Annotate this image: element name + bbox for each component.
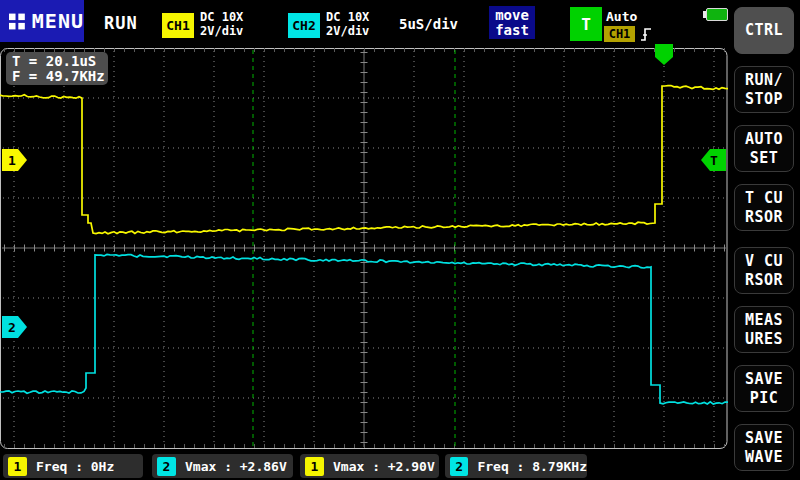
stat-value: Vmax : +2.90V <box>333 459 435 474</box>
ch1-settings[interactable]: DC 10X2V/div <box>200 10 243 38</box>
cursor-delta-t: T = 20.1uS <box>12 53 96 69</box>
channel-marker-label: 1 <box>8 153 16 168</box>
ch1-stat-badge: 1 <box>8 457 27 476</box>
btn-label: CTRL <box>745 21 783 40</box>
cursor-freq: F = 49.7KHz <box>12 68 105 84</box>
btn-label: V CU <box>745 252 783 271</box>
channel-marker-label: 2 <box>8 320 16 335</box>
stat-value: Freq : 8.79KHz <box>477 459 587 474</box>
waveform-display: 12T T = 20.1uSF = 49.7KHz <box>0 48 728 450</box>
ch2-settings[interactable]: DC 10X2V/div <box>326 10 369 38</box>
sidebar-button-save-wave[interactable]: SAVEWAVE <box>734 424 794 471</box>
trigger-button[interactable]: T <box>570 7 602 41</box>
sidebar-button-v-cursor[interactable]: V CURSOR <box>734 247 794 294</box>
menu-grid-icon <box>9 13 25 30</box>
sidebar-button-t-cursor[interactable]: T CURSOR <box>734 184 794 231</box>
ch1-scale: 2V/div <box>200 24 243 38</box>
sidebar-button-ctrl[interactable]: CTRL <box>734 7 794 54</box>
oscilloscope-screen: MENU RUN CH1 DC 10X2V/div CH2 DC 10X2V/d… <box>0 0 800 480</box>
menu-button[interactable]: MENU <box>0 0 84 42</box>
btn-label: URES <box>745 330 783 349</box>
stat-ch2-freq: 2Freq : 8.79KHz <box>445 454 587 478</box>
btn-label: SAVE <box>745 429 783 448</box>
sidebar-button-measures[interactable]: MEASURES <box>734 306 794 353</box>
sidebar: CTRL RUN/STOP AUTOSET T CURSOR V CURSOR … <box>728 0 800 480</box>
btn-label: AUTO <box>745 130 783 149</box>
timebase-setting[interactable]: 5uS/div <box>399 16 458 32</box>
stat-value: Freq : 0Hz <box>36 459 114 474</box>
cursor-readout: T = 20.1uSF = 49.7KHz <box>6 52 108 85</box>
ch1-stat-badge: 1 <box>305 457 324 476</box>
btn-label: WAVE <box>745 448 783 467</box>
ch2-coupling: DC 10X <box>326 10 369 24</box>
btn-label: PIC <box>750 389 779 408</box>
btn-label: SAVE <box>745 370 783 389</box>
ch1-coupling: DC 10X <box>200 10 243 24</box>
btn-label: MEAS <box>745 311 783 330</box>
move-line2: fast <box>495 22 529 38</box>
btn-label: RSOR <box>745 271 783 290</box>
ch2-badge[interactable]: CH2 <box>288 13 320 38</box>
stat-ch1-vmax: 1Vmax : +2.90V <box>300 454 439 478</box>
stat-ch1-freq: 1Freq : 0Hz <box>3 454 143 478</box>
sidebar-button-auto-set[interactable]: AUTOSET <box>734 125 794 172</box>
graticule: 12T <box>0 48 728 450</box>
move-line1: move <box>495 7 529 23</box>
trigger-mode: Auto <box>606 9 637 24</box>
top-bar: MENU RUN CH1 DC 10X2V/div CH2 DC 10X2V/d… <box>0 0 728 48</box>
ch1-badge[interactable]: CH1 <box>162 13 194 38</box>
btn-label: SET <box>750 149 779 168</box>
battery-icon <box>703 8 728 21</box>
stat-ch2-vmax: 2Vmax : +2.86V <box>152 454 293 478</box>
trigger-source-badge[interactable]: CH1 <box>604 26 635 42</box>
ch2-stat-badge: 2 <box>450 457 468 476</box>
trigger-edge-icon <box>640 26 653 43</box>
ch2-scale: 2V/div <box>326 24 369 38</box>
move-speed-button[interactable]: movefast <box>489 6 535 39</box>
btn-label: RSOR <box>745 208 783 227</box>
ch2-stat-badge: 2 <box>157 457 176 476</box>
btn-label: RUN/ <box>745 71 783 90</box>
sidebar-button-run-stop[interactable]: RUN/STOP <box>734 66 794 113</box>
sidebar-button-save-pic[interactable]: SAVEPIC <box>734 365 794 412</box>
stat-value: Vmax : +2.86V <box>185 459 287 474</box>
trigger-position-marker[interactable] <box>655 44 673 65</box>
run-status: RUN <box>104 13 138 33</box>
trigger-level-label: T <box>710 153 718 168</box>
btn-label: STOP <box>745 90 783 109</box>
measurement-bar: 1Freq : 0Hz 2Vmax : +2.86V 1Vmax : +2.90… <box>0 452 728 480</box>
menu-label: MENU <box>32 9 84 33</box>
btn-label: T CU <box>745 189 783 208</box>
